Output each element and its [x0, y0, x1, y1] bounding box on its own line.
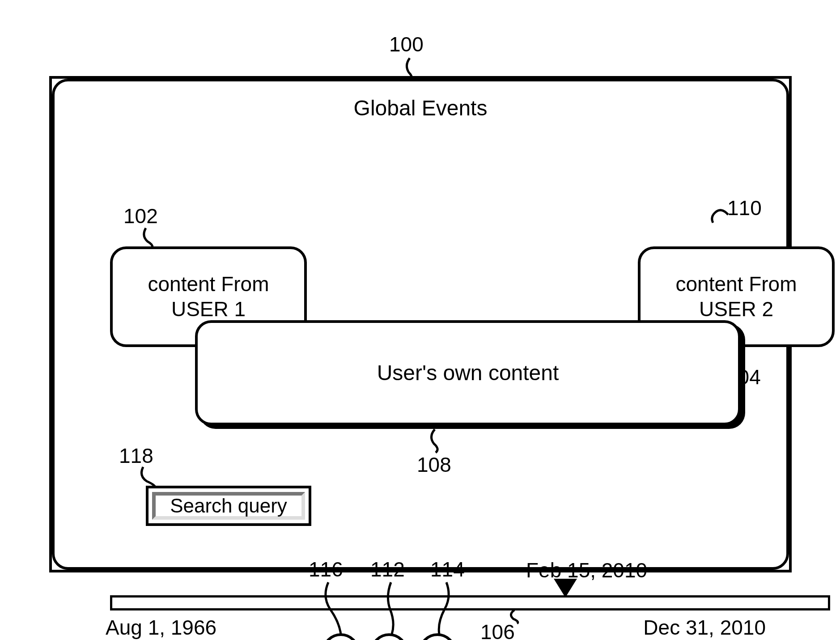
search-query-label: Search query — [148, 488, 309, 523]
timeline-track[interactable] — [110, 595, 830, 610]
label-own-content: User's own content — [377, 360, 559, 386]
box-own-content: User's own content — [195, 320, 741, 425]
timeline-current-date: Feb 15, 2010 — [526, 558, 647, 582]
timeline-end-date: Dec 31, 2010 — [643, 615, 766, 640]
label-user1-line2: USER 1 — [171, 297, 246, 322]
label-user2-line2: USER 2 — [699, 297, 773, 322]
ref-112: 112 — [370, 557, 405, 581]
label-global-events: Global Events — [52, 96, 789, 120]
ref-108: 108 — [417, 453, 451, 477]
ref-116: 116 — [309, 557, 343, 581]
timeline-start-date: Aug 1, 1966 — [106, 615, 216, 640]
label-user1-line1: content From — [148, 272, 269, 297]
diagram-frame: Global Events content From USER 1 conten… — [49, 76, 792, 572]
label-user2-line1: content From — [676, 272, 797, 297]
ref-118: 118 — [119, 444, 153, 468]
ref-110: 110 — [727, 196, 762, 220]
timeline-playhead-icon[interactable] — [554, 579, 577, 598]
box-global-events: Global Events — [52, 79, 535, 222]
ref-100: 100 — [389, 32, 424, 56]
ref-114: 114 — [430, 557, 465, 581]
search-query-button[interactable]: Search query — [146, 486, 311, 526]
ref-102: 102 — [123, 204, 158, 228]
